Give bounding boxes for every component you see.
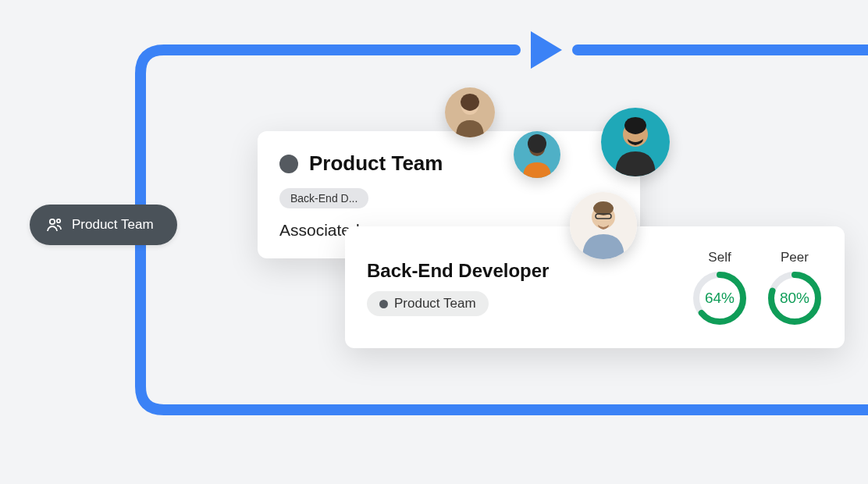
team-card-title: Product Team [309,151,443,176]
team-pill[interactable]: Product Team [30,205,177,245]
metric-self-value: 64% [692,270,748,326]
metric-peer-ring: 80% [767,270,823,326]
role-card-title: Back-End Developer [367,260,549,282]
team-card-role-chip[interactable]: Back-End D... [279,188,368,208]
users-icon [45,215,64,234]
metric-peer-label: Peer [781,250,809,265]
svg-point-0 [50,219,55,224]
avatar [601,108,670,176]
svg-point-1 [57,219,60,222]
team-pill-label: Product Team [72,217,154,233]
avatar [570,192,637,259]
team-card-role-chip-label: Back-End D... [290,192,358,205]
avatar [514,131,560,178]
metric-peer-value: 80% [767,270,823,326]
metric-peer: Peer 80% [767,250,823,326]
role-card-team-label: Product Team [394,296,476,311]
avatar [445,87,495,137]
team-dot-icon [279,155,298,173]
metric-self-label: Self [708,250,731,265]
role-card-team-chip[interactable]: Product Team [367,291,489,316]
team-dot-icon [379,300,388,308]
svg-point-10 [528,134,546,153]
metric-self: Self 64% [692,250,748,326]
metric-self-ring: 64% [692,270,748,326]
